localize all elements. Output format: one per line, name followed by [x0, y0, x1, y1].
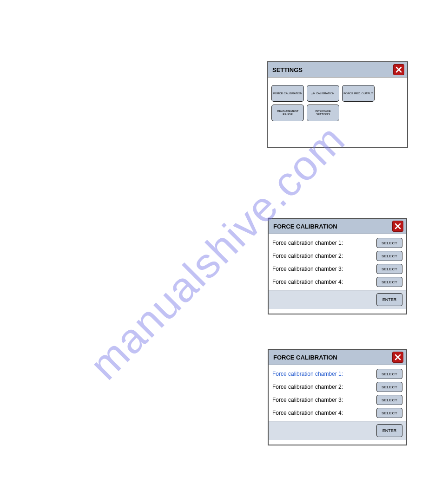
chamber-row-1: Force calibration chamber 1: SELECT — [272, 238, 402, 248]
force-calibration-panel-selected: FORCE CALIBRATION Force calibration cham… — [268, 349, 407, 445]
chamber-1-label: Force calibration chamber 1: — [272, 240, 343, 246]
select-button-4[interactable]: SELECT — [376, 277, 402, 287]
ph-calibration-button[interactable]: pH CALIBRATION — [307, 85, 339, 102]
settings-header: SETTINGS — [268, 62, 407, 78]
force-calibration-footer: ENTER — [269, 421, 406, 440]
chamber-row-4: Force calibration chamber 4: SELECT — [272, 277, 402, 287]
chamber-row-3: Force calibration chamber 3: SELECT — [272, 395, 402, 405]
settings-title: SETTINGS — [272, 66, 303, 73]
select-button-1[interactable]: SELECT — [376, 369, 402, 379]
force-calibration-body: Force calibration chamber 1: SELECT Forc… — [269, 234, 406, 287]
force-calibration-body: Force calibration chamber 1: SELECT Forc… — [269, 365, 406, 418]
close-icon[interactable] — [392, 352, 403, 363]
chamber-row-3: Force calibration chamber 3: SELECT — [272, 264, 402, 274]
force-calibration-footer: ENTER — [269, 290, 406, 309]
chamber-3-label: Force calibration chamber 3: — [272, 266, 343, 272]
settings-body: FORCE CALIBRATION pH CALIBRATION FORCE R… — [268, 78, 407, 125]
chamber-row-1: Force calibration chamber 1: SELECT — [272, 369, 402, 379]
chamber-2-label: Force calibration chamber 2: — [272, 384, 343, 390]
select-button-2[interactable]: SELECT — [376, 382, 402, 392]
chamber-1-label-selected: Force calibration chamber 1: — [272, 371, 343, 377]
select-button-3[interactable]: SELECT — [376, 395, 402, 405]
select-button-3[interactable]: SELECT — [376, 264, 402, 274]
select-button-4[interactable]: SELECT — [376, 408, 402, 418]
close-icon[interactable] — [392, 221, 403, 232]
force-calibration-header: FORCE CALIBRATION — [269, 350, 406, 365]
chamber-row-2: Force calibration chamber 2: SELECT — [272, 382, 402, 392]
enter-button[interactable]: ENTER — [376, 424, 402, 437]
chamber-4-label: Force calibration chamber 4: — [272, 279, 343, 285]
interface-settings-button[interactable]: INTERFACE SETTINGS — [307, 105, 339, 121]
chamber-row-4: Force calibration chamber 4: SELECT — [272, 408, 402, 418]
enter-button[interactable]: ENTER — [376, 293, 402, 306]
chamber-4-label: Force calibration chamber 4: — [272, 410, 343, 416]
close-icon[interactable] — [393, 64, 404, 75]
select-button-1[interactable]: SELECT — [376, 238, 402, 248]
chamber-3-label: Force calibration chamber 3: — [272, 397, 343, 403]
force-calibration-title: FORCE CALIBRATION — [273, 223, 337, 230]
force-calibration-header: FORCE CALIBRATION — [269, 219, 406, 234]
settings-panel: SETTINGS FORCE CALIBRATION pH CALIBRATIO… — [267, 61, 408, 148]
force-calibration-panel: FORCE CALIBRATION Force calibration cham… — [268, 218, 407, 314]
force-calibration-title: FORCE CALIBRATION — [273, 354, 337, 361]
select-button-2[interactable]: SELECT — [376, 251, 402, 261]
chamber-row-2: Force calibration chamber 2: SELECT — [272, 251, 402, 261]
measurement-range-button[interactable]: MEASUREMENT RANGE — [271, 105, 304, 121]
chamber-2-label: Force calibration chamber 2: — [272, 253, 343, 259]
force-rec-output-button[interactable]: FORCE REC. OUTPUT — [342, 85, 375, 102]
force-calibration-button[interactable]: FORCE CALIBRATION — [271, 85, 304, 102]
